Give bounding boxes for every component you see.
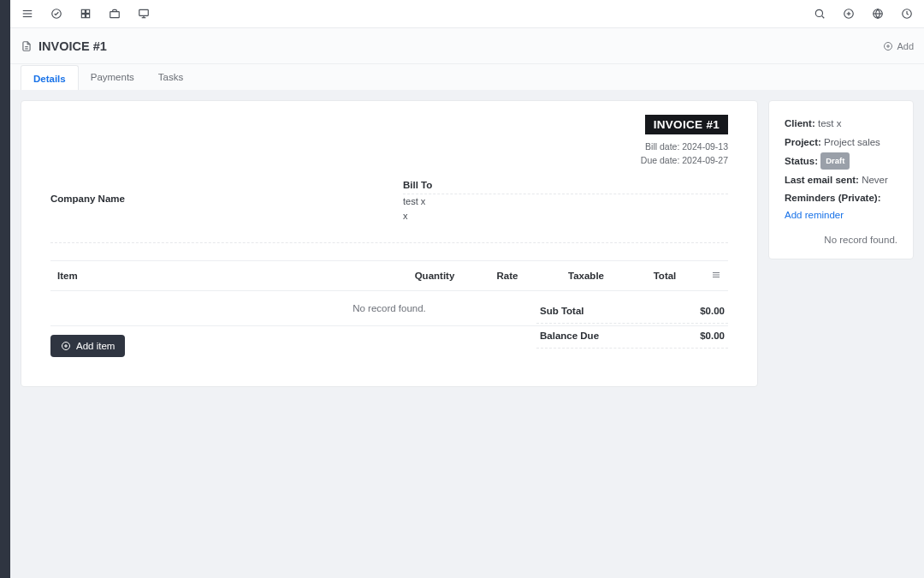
svg-line-13 <box>822 16 825 19</box>
add-item-label: Add item <box>76 341 115 351</box>
add-item-button[interactable]: Add item <box>50 335 125 357</box>
bill-date-value: 2024-09-13 <box>682 141 728 152</box>
th-total: Total <box>625 262 704 289</box>
briefcase-icon[interactable] <box>108 7 121 21</box>
page-title: INVOICE #1 <box>38 39 107 53</box>
add-action[interactable]: Add <box>883 41 914 51</box>
clock-icon[interactable] <box>900 7 914 21</box>
th-taxable: Taxable <box>547 262 625 289</box>
invoice-card: INVOICE #1 Bill date: 2024-09-13 Due dat… <box>21 100 758 387</box>
side-panel: Client: test x Project: Project sales St… <box>768 100 914 259</box>
th-menu[interactable] <box>704 261 728 290</box>
reminders-label: Reminders (Private): <box>785 193 880 203</box>
company-name-label: Company Name <box>50 194 376 204</box>
svg-rect-5 <box>86 9 90 13</box>
tab-label: Tasks <box>158 72 183 82</box>
globe-icon[interactable] <box>871 7 885 21</box>
svg-rect-7 <box>86 15 90 18</box>
status-label: Status: <box>785 156 818 166</box>
bill-to-label: Bill To <box>403 180 728 190</box>
plus-circle-icon[interactable] <box>842 7 856 21</box>
tab-payments[interactable]: Payments <box>79 64 146 90</box>
add-reminder-link[interactable]: Add reminder <box>785 210 844 220</box>
monitor-icon[interactable] <box>137 7 151 21</box>
due-date-value: 2024-09-27 <box>682 155 728 165</box>
th-rate: Rate <box>468 262 547 289</box>
th-item: Item <box>50 262 401 289</box>
last-email-label: Last email sent: <box>785 175 859 185</box>
tab-tasks[interactable]: Tasks <box>146 64 195 90</box>
document-icon <box>21 40 33 52</box>
th-quantity: Quantity <box>401 262 468 289</box>
client-label: Client: <box>785 118 815 128</box>
page-header: INVOICE #1 Add <box>10 28 924 64</box>
client-value[interactable]: test x <box>818 118 841 128</box>
svg-rect-6 <box>81 15 85 18</box>
topbar <box>10 0 924 28</box>
totals: Sub Total $0.00 Balance Due $0.00 <box>536 299 728 349</box>
tab-details[interactable]: Details <box>21 65 79 91</box>
project-value[interactable]: Project sales <box>824 137 880 147</box>
tabs: Details Payments Tasks <box>10 64 924 90</box>
balance-due-label: Balance Due <box>540 331 599 341</box>
status-badge: Draft <box>820 152 850 170</box>
add-action-label: Add <box>897 41 914 51</box>
invoice-number-badge: INVOICE #1 <box>645 115 728 134</box>
search-icon[interactable] <box>813 7 826 21</box>
last-email-value: Never <box>862 175 888 185</box>
bill-to-extra: x <box>403 209 728 223</box>
subtotal-value: $0.00 <box>700 306 725 316</box>
bill-to-name: test x <box>403 194 728 209</box>
left-edge-rail <box>0 0 10 578</box>
bill-date-label: Bill date: <box>645 141 679 152</box>
svg-rect-8 <box>110 12 120 18</box>
project-label: Project: <box>785 137 821 147</box>
subtotal-label: Sub Total <box>540 306 584 316</box>
grid-icon[interactable] <box>79 7 92 21</box>
check-circle-icon[interactable] <box>50 7 63 21</box>
balance-due-value: $0.00 <box>700 331 725 341</box>
reminders-empty: No record found. <box>785 235 897 245</box>
due-date-label: Due date: <box>641 155 680 165</box>
tab-label: Details <box>33 74 66 84</box>
menu-icon[interactable] <box>21 7 34 21</box>
svg-rect-9 <box>139 9 149 15</box>
tab-label: Payments <box>91 72 134 82</box>
svg-point-12 <box>815 9 822 16</box>
svg-rect-4 <box>81 9 85 13</box>
